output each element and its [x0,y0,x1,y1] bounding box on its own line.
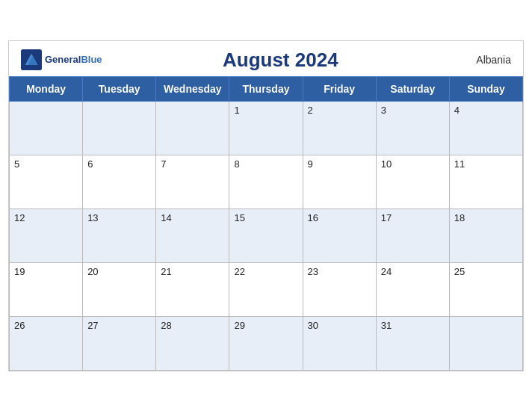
day-number: 21 [161,266,171,277]
day-number: 18 [454,212,465,223]
day-cell-30: 30 [303,316,376,370]
day-number: 28 [161,320,171,331]
weekday-header-wednesday: Wednesday [156,76,229,101]
day-cell-24: 24 [376,262,449,316]
day-number: 20 [87,266,98,277]
day-number: 13 [87,212,98,223]
generalblue-logo-icon [21,49,42,70]
weekday-header-thursday: Thursday [229,76,303,101]
day-cell-5: 5 [10,155,83,208]
day-cell-8: 8 [229,155,303,208]
day-cell-6: 6 [83,155,156,208]
day-number: 5 [14,158,19,170]
day-cell-10: 10 [376,155,449,208]
day-cell-27: 27 [83,316,156,370]
day-cell-16: 16 [303,208,376,262]
day-cell-28: 28 [156,316,229,370]
logo-general: General [45,54,81,65]
day-number: 31 [381,320,392,331]
day-number: 9 [308,158,313,170]
day-number: 4 [454,105,460,116]
day-number: 19 [14,266,25,277]
day-cell-14: 14 [156,208,229,262]
day-number: 30 [308,320,318,331]
day-cell-26: 26 [10,316,83,370]
day-cell-25: 25 [449,262,522,316]
weekday-header-monday: Monday [10,76,83,101]
weekday-header-friday: Friday [303,76,376,101]
day-cell-7: 7 [156,155,229,208]
day-number: 25 [454,266,465,277]
day-cell-2: 2 [303,101,376,155]
week-row-0: 1234 [10,101,523,155]
day-cell-1: 1 [229,101,303,155]
day-cell-29: 29 [229,316,303,370]
day-number: 22 [234,266,244,277]
day-number: 1 [234,105,239,116]
day-number: 7 [161,158,166,170]
day-number: 29 [234,320,244,331]
day-cell-23: 23 [303,262,376,316]
day-number: 3 [381,105,386,116]
day-number: 6 [87,158,93,170]
day-number: 8 [234,158,239,170]
weekday-header-row: MondayTuesdayWednesdayThursdayFridaySatu… [10,76,523,101]
day-number: 24 [381,266,392,277]
week-row-4: 262728293031 [10,316,523,370]
empty-cell [156,101,229,155]
weekday-header-sunday: Sunday [449,76,522,101]
day-cell-11: 11 [449,155,522,208]
empty-cell [83,101,156,155]
empty-cell [449,316,522,370]
day-cell-4: 4 [449,101,522,155]
day-number: 23 [308,266,318,277]
calendar-header: GeneralBlue August 2024 Albania [9,41,523,76]
day-cell-22: 22 [229,262,303,316]
day-number: 14 [161,212,171,223]
day-cell-19: 19 [10,262,83,316]
day-number: 15 [234,212,244,223]
day-number: 12 [14,212,25,223]
week-row-3: 19202122232425 [10,262,523,316]
day-number: 11 [454,158,465,170]
country-label: Albania [459,54,511,66]
day-number: 10 [381,158,392,170]
day-cell-13: 13 [83,208,156,262]
day-cell-20: 20 [83,262,156,316]
day-cell-9: 9 [303,155,376,208]
day-cell-18: 18 [449,208,522,262]
day-cell-15: 15 [229,208,303,262]
week-row-2: 12131415161718 [10,208,523,262]
weekday-header-saturday: Saturday [376,76,449,101]
day-number: 26 [14,320,25,331]
day-number: 2 [308,105,313,116]
empty-cell [10,101,83,155]
day-cell-21: 21 [156,262,229,316]
week-row-1: 567891011 [10,155,523,208]
logo-text: GeneralBlue [45,54,102,66]
day-cell-3: 3 [376,101,449,155]
calendar-grid: MondayTuesdayWednesdayThursdayFridaySatu… [9,76,523,371]
calendar-title: August 2024 [102,49,459,72]
day-number: 16 [308,212,318,223]
day-cell-31: 31 [376,316,449,370]
calendar-container: GeneralBlue August 2024 Albania MondayTu… [8,40,524,371]
day-number: 27 [87,320,98,331]
day-number: 17 [381,212,392,223]
day-cell-12: 12 [10,208,83,262]
day-cell-17: 17 [376,208,449,262]
logo-area: GeneralBlue [21,49,102,70]
logo-blue: Blue [81,54,102,65]
weekday-header-tuesday: Tuesday [83,76,156,101]
